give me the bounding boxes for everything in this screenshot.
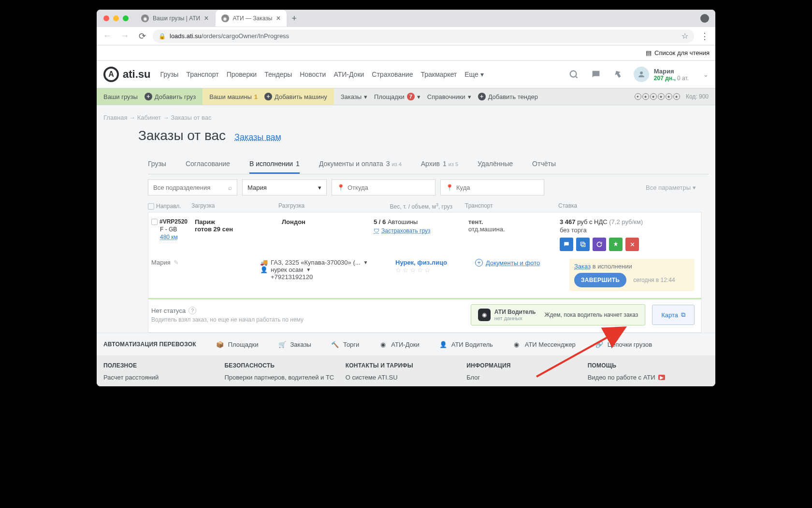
forward-button[interactable]: → <box>118 29 131 43</box>
reading-list-link[interactable]: ▤ Список для чтения <box>646 49 710 56</box>
sec-add-vehicle[interactable]: +Добавить машину <box>264 93 327 100</box>
map-button[interactable]: Карта ⧉ <box>652 305 695 325</box>
chevron-down-icon: ▾ <box>364 93 367 100</box>
auto-messenger[interactable]: ◉АТИ Мессенджер <box>512 340 576 349</box>
tab-reports[interactable]: Отчёты <box>532 155 556 174</box>
nav-more[interactable]: Еще▾ <box>464 71 484 78</box>
close-window[interactable] <box>103 15 109 21</box>
complete-button[interactable]: ЗАВЕРШИТЬ <box>574 273 626 287</box>
footer-col2-heading: БЕЗОПАСНОСТЬ <box>224 362 345 369</box>
close-icon[interactable]: × <box>276 14 280 23</box>
help-icon[interactable]: ? <box>188 307 196 314</box>
nav-truckmarket[interactable]: Тракмаркет <box>420 71 457 78</box>
cancel-button[interactable]: ✕ <box>625 238 639 251</box>
documents-link[interactable]: +Документы и фото <box>475 259 569 267</box>
crumb-cabinet[interactable]: Кабинет <box>137 114 161 121</box>
nav-docs[interactable]: АТИ-Доки <box>334 71 364 78</box>
nav-cargo[interactable]: Грузы <box>160 71 178 78</box>
chevron-down-icon: ▾ <box>480 71 484 78</box>
rating-stars: ☆☆☆☆☆ <box>395 266 475 274</box>
address-bar[interactable]: 🔒 loads.ati.su/orders/cargoOwner/InProgr… <box>153 29 694 43</box>
sec-add-tender[interactable]: +Добавить тендер <box>478 93 538 100</box>
select-all-checkbox[interactable] <box>148 203 154 210</box>
driver-name: нурек осам <box>271 266 303 273</box>
auto-platforms[interactable]: 📦Площадки <box>216 340 259 349</box>
orders-to-you-link[interactable]: Заказы вам <box>234 132 281 142</box>
reload-button[interactable]: ⟳ <box>135 29 149 43</box>
chat-button[interactable] <box>560 238 573 251</box>
user-at: 0 ат. <box>677 75 689 82</box>
logo[interactable]: A ati.su <box>103 67 150 82</box>
order-checkbox[interactable] <box>151 219 158 225</box>
auto-auctions[interactable]: 🔨Торги <box>331 340 359 349</box>
tab-cargo[interactable]: Грузы <box>148 155 166 174</box>
footer-link-distance[interactable]: Расчет расстояний <box>103 374 224 381</box>
confirm-button[interactable] <box>609 238 623 251</box>
chevron-down-icon[interactable]: ▼ <box>363 260 368 265</box>
auto-driver[interactable]: 👤АТИ Водитель <box>439 340 493 349</box>
browser-tab-2[interactable]: ◉ АТИ — Заказы × <box>216 10 287 27</box>
nav-insurance[interactable]: Страхование <box>372 71 413 78</box>
tab-approval[interactable]: Согласование <box>186 155 230 174</box>
sec-orders[interactable]: Заказы ▾ <box>341 93 367 100</box>
notification-icon[interactable] <box>611 68 625 81</box>
bookmark-star-icon[interactable]: ☆ <box>682 31 688 41</box>
tab-archive[interactable]: Архив1 из 5 <box>421 155 458 174</box>
sec-your-cargo[interactable]: Ваши грузы <box>103 93 138 100</box>
carrier-name[interactable]: Нурек, физ.лицо <box>395 259 475 266</box>
price-value: 3 467 <box>560 218 576 226</box>
all-params-link[interactable]: Все параметры ▾ <box>646 184 696 191</box>
insure-link[interactable]: 🛡Застраховать груз <box>374 227 456 234</box>
sec-your-vehicles[interactable]: Ваши машины 1 <box>209 93 258 100</box>
filter-user[interactable]: Мария ▾ <box>242 179 327 196</box>
new-tab-button[interactable]: + <box>288 12 301 25</box>
tab-in-progress[interactable]: В исполнении1 <box>249 155 300 174</box>
edit-icon[interactable]: ✎ <box>174 259 179 266</box>
nav-transport[interactable]: Транспорт <box>186 71 218 78</box>
chevron-down-icon[interactable]: ▼ <box>306 267 311 272</box>
from-input[interactable] <box>348 184 430 191</box>
filter-to[interactable]: 📍 <box>440 179 544 196</box>
status-label: Нет статуса <box>151 307 186 314</box>
crumb-home[interactable]: Главная <box>103 114 127 121</box>
footer-link-video[interactable]: Видео по работе с АТИ ▶ <box>588 374 709 381</box>
menu-button[interactable]: ⋮ <box>698 29 711 43</box>
filter-from[interactable]: 📍 <box>332 179 435 196</box>
browser-tab-1[interactable]: ◉ Ваши грузы | АТИ × <box>135 10 215 27</box>
tab-deleted[interactable]: Удалённые <box>478 155 513 174</box>
back-button[interactable]: ← <box>101 29 114 43</box>
to-input[interactable] <box>456 184 539 191</box>
sec-add-cargo[interactable]: +Добавить груз <box>145 93 196 100</box>
nav-checks[interactable]: Проверки <box>227 71 257 78</box>
auto-docs[interactable]: ◉АТИ-Доки <box>378 340 419 349</box>
nav-news[interactable]: Новости <box>300 71 326 78</box>
sec-platforms[interactable]: Площадки 7 ▾ <box>374 93 420 100</box>
driver-icon: 👤 <box>439 340 448 349</box>
chat-icon[interactable] <box>589 68 603 81</box>
search-icon[interactable] <box>567 68 580 81</box>
tab-title: Ваши грузы | АТИ <box>153 15 200 22</box>
nav-tenders[interactable]: Тендеры <box>264 71 292 78</box>
footer-link-about[interactable]: О системе ATI.SU <box>346 374 466 381</box>
minimize-window[interactable] <box>113 15 119 21</box>
status-icons: ✦★★★★★ <box>635 93 680 100</box>
order-distance[interactable]: 480 км <box>160 234 195 240</box>
order-link[interactable]: Заказ <box>574 263 591 270</box>
maximize-window[interactable] <box>123 15 129 21</box>
footer-link-blog[interactable]: Блог <box>466 374 587 381</box>
shield-icon: 🛡 <box>374 227 379 234</box>
sec-references[interactable]: Справочники ▾ <box>427 93 471 100</box>
tab-documents[interactable]: Документы и оплата3 из 4 <box>319 155 402 174</box>
user-menu[interactable]: Мария 207 дн., 0 ат. ⌄ <box>634 67 709 82</box>
chevron-down-icon: ▾ <box>693 184 696 191</box>
refresh-button[interactable] <box>593 238 606 251</box>
department-input[interactable] <box>153 184 228 191</box>
svg-point-1 <box>570 71 577 77</box>
account-icon[interactable] <box>698 12 711 25</box>
auto-chains[interactable]: 🔗Цепочки грузов <box>595 340 652 349</box>
close-icon[interactable]: × <box>204 14 208 23</box>
footer-link-checks[interactable]: Проверки партнеров, водителей и ТС <box>224 374 345 381</box>
copy-button[interactable] <box>576 238 590 251</box>
filter-department[interactable]: ⌕ <box>148 179 237 196</box>
auto-orders[interactable]: 🛒Заказы <box>278 340 311 349</box>
